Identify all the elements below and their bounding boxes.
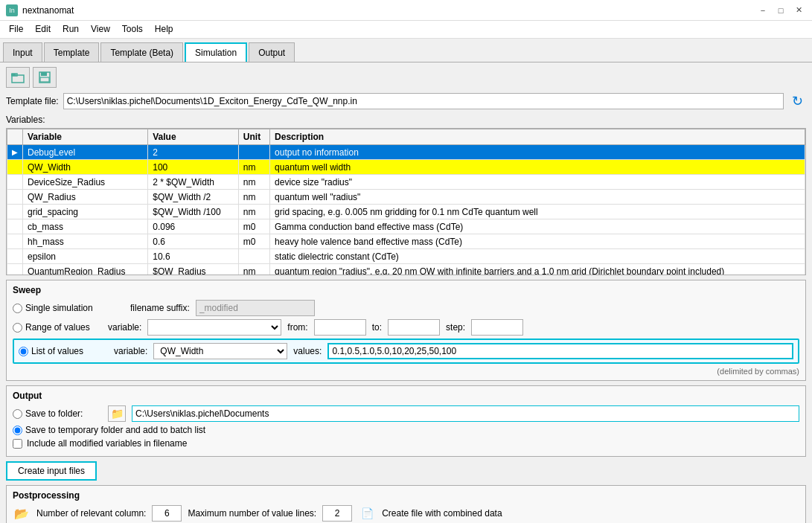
menu-tools[interactable]: Tools xyxy=(116,22,149,36)
output-section: Output Save to folder: 📁 Save to tempora… xyxy=(6,385,806,457)
table-row[interactable]: cb_mass 0.096 m0 Gamma conduction band e… xyxy=(7,219,805,234)
save-temp-radio[interactable] xyxy=(13,426,22,435)
postprocessing-row: 📂 Number of relevant column: Maximum num… xyxy=(13,505,799,522)
to-input[interactable] xyxy=(388,319,440,336)
to-label: to: xyxy=(372,322,382,333)
delimited-note: (delimited by commas) xyxy=(13,367,799,376)
postprocessing-section: Postprocessing 📂 Number of relevant colu… xyxy=(6,485,806,523)
table-row[interactable]: QuantumRegion_Radius $QW_Radius nm quant… xyxy=(7,264,805,276)
minimize-button[interactable]: − xyxy=(755,3,770,18)
var-value: 0.6 xyxy=(148,234,239,249)
var-name: QW_Width xyxy=(23,160,148,175)
var-name: grid_spacing xyxy=(23,205,148,219)
title-bar-left: In nextnanomat xyxy=(6,4,74,16)
variable-label-range: variable: xyxy=(108,322,141,333)
col-description: Description xyxy=(270,129,805,145)
folder-browse-button[interactable]: 📁 xyxy=(108,405,126,422)
var-description: output no information xyxy=(270,145,805,160)
template-file-label: Template file: xyxy=(6,96,59,106)
menu-edit[interactable]: Edit xyxy=(29,22,57,36)
variables-table-container[interactable]: Variable Value Unit Description ▶ DebugL… xyxy=(6,128,806,275)
col-arrow xyxy=(7,129,23,145)
tab-input[interactable]: Input xyxy=(3,42,42,62)
table-row[interactable]: grid_spacing $QW_Width /100 nm grid spac… xyxy=(7,205,805,219)
template-file-input[interactable] xyxy=(63,93,784,109)
single-simulation-radio[interactable] xyxy=(13,304,22,313)
list-values-radio-label[interactable]: List of values xyxy=(19,346,108,356)
filename-suffix-input[interactable] xyxy=(196,300,315,316)
var-value: $QW_Width /100 xyxy=(148,205,239,219)
row-arrow xyxy=(7,205,23,219)
pp-folder-icon[interactable]: 📂 xyxy=(13,505,31,522)
step-input[interactable] xyxy=(471,319,523,336)
list-variable-dropdown[interactable]: QW_WidthDebugLevelDeviceSize_RadiusQW_Ra… xyxy=(153,343,287,359)
list-values-row: List of values variable: QW_WidthDebugLe… xyxy=(13,338,799,364)
tabs-bar: Input Template Template (Beta) Simulatio… xyxy=(0,39,812,62)
open-button[interactable] xyxy=(6,67,30,88)
folder-path-input[interactable] xyxy=(132,405,799,422)
values-input[interactable] xyxy=(327,343,793,359)
table-row[interactable]: epsilon 10.6 static dielectric constant … xyxy=(7,249,805,264)
svg-rect-5 xyxy=(40,77,49,82)
row-arrow xyxy=(7,249,23,264)
table-row[interactable]: QW_Width 100 nm quantum well width xyxy=(7,160,805,175)
close-button[interactable]: ✕ xyxy=(791,3,806,18)
menu-help[interactable]: Help xyxy=(149,22,179,36)
title-bar: In nextnanomat − □ ✕ xyxy=(0,0,812,21)
var-unit xyxy=(238,249,269,264)
template-file-row: Template file: ↻ xyxy=(6,92,806,110)
toolbar xyxy=(6,67,806,88)
sweep-title: Sweep xyxy=(13,285,799,295)
var-value: 10.6 xyxy=(148,249,239,264)
var-value: 0.096 xyxy=(148,219,239,234)
table-row[interactable]: hh_mass 0.6 m0 heavy hole valence band e… xyxy=(7,234,805,249)
filename-suffix-label: filename suffix: xyxy=(130,303,190,313)
var-name: DeviceSize_Radius xyxy=(23,175,148,190)
var-value: 2 * $QW_Width xyxy=(148,175,239,190)
range-values-radio[interactable] xyxy=(13,323,22,333)
save-button[interactable] xyxy=(33,67,57,88)
save-folder-radio[interactable] xyxy=(13,409,22,419)
variables-label: Variables: xyxy=(6,115,806,125)
col-input[interactable] xyxy=(152,505,182,522)
var-value: 100 xyxy=(148,160,239,175)
app-icon: In xyxy=(6,4,18,16)
include-vars-checkbox[interactable] xyxy=(13,439,22,449)
var-unit: nm xyxy=(238,175,269,190)
menu-run[interactable]: Run xyxy=(57,22,85,36)
list-values-radio[interactable] xyxy=(19,347,28,356)
combined-label: Create file with combined data xyxy=(382,508,502,519)
col-label: Number of relevant column: xyxy=(36,508,146,519)
range-values-radio-label[interactable]: Range of values xyxy=(13,322,102,333)
table-row[interactable]: DeviceSize_Radius 2 * $QW_Width nm devic… xyxy=(7,175,805,190)
var-name: cb_mass xyxy=(23,219,148,234)
maximize-button[interactable]: □ xyxy=(773,3,788,18)
tab-simulation[interactable]: Simulation xyxy=(185,42,247,62)
var-unit: nm xyxy=(238,264,269,276)
refresh-button[interactable]: ↻ xyxy=(788,92,806,110)
max-lines-input[interactable] xyxy=(322,505,352,522)
tab-template[interactable]: Template xyxy=(44,42,100,62)
combined-file-icon[interactable]: 📄 xyxy=(358,505,376,522)
save-folder-radio-label[interactable]: Save to folder: xyxy=(13,408,102,419)
variables-table: Variable Value Unit Description ▶ DebugL… xyxy=(7,129,805,275)
menu-view[interactable]: View xyxy=(85,22,116,36)
var-name: DebugLevel xyxy=(23,145,148,160)
tab-output[interactable]: Output xyxy=(249,42,295,62)
row-arrow: ▶ xyxy=(7,145,23,160)
include-vars-row: Include all modified variables in filena… xyxy=(13,438,799,449)
var-value: $QW_Width /2 xyxy=(148,190,239,205)
tab-template-beta[interactable]: Template (Beta) xyxy=(100,42,183,62)
range-values-row: Range of values variable: from: to: step… xyxy=(13,319,799,336)
range-variable-dropdown[interactable] xyxy=(147,319,281,336)
save-temp-radio-label[interactable]: Save to temporary folder and add to batc… xyxy=(13,425,205,435)
var-name: epsilon xyxy=(23,249,148,264)
from-input[interactable] xyxy=(314,319,366,336)
table-row[interactable]: QW_Radius $QW_Width /2 nm quantum well "… xyxy=(7,190,805,205)
table-row[interactable]: ▶ DebugLevel 2 output no information xyxy=(7,145,805,160)
col-variable: Variable xyxy=(23,129,148,145)
single-simulation-radio-label[interactable]: Single simulation xyxy=(13,303,102,313)
max-lines-label: Maximum number of value lines: xyxy=(188,508,316,519)
menu-file[interactable]: File xyxy=(3,22,29,36)
create-input-files-button[interactable]: Create input files xyxy=(6,461,97,481)
